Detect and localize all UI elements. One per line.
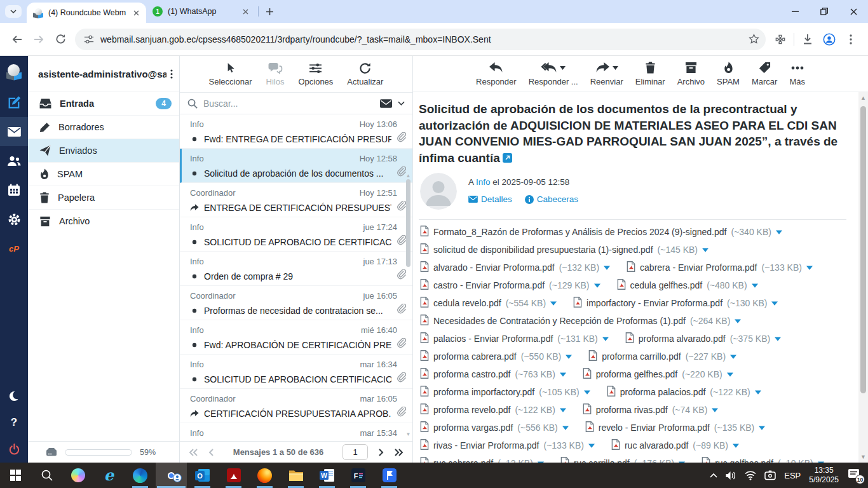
scrollbar-thumb[interactable] xyxy=(860,106,866,393)
message-row[interactable]: Infojue 17:13 Orden de compra # 29 xyxy=(180,252,412,286)
folder-item-archivo[interactable]: Archivo xyxy=(28,209,179,233)
details-link[interactable]: Detalles xyxy=(468,194,512,204)
language-indicator[interactable]: ESP xyxy=(784,471,801,480)
attachment[interactable]: proforma carrillo.pdf(~227 KB) xyxy=(588,350,736,363)
attachment-menu-caret-icon[interactable] xyxy=(588,444,595,448)
headers-link[interactable]: Cabeceras xyxy=(525,194,578,204)
attachment-menu-caret-icon[interactable] xyxy=(712,408,718,412)
select-button[interactable]: Seleccionar xyxy=(209,62,252,86)
attachment-menu-caret-icon[interactable] xyxy=(562,426,569,430)
forward-button[interactable] xyxy=(28,29,50,50)
refresh-button[interactable]: Actualizar xyxy=(347,62,383,86)
attachment-menu-caret-icon[interactable] xyxy=(560,408,566,412)
external-link-icon[interactable] xyxy=(503,151,512,167)
taskbar-copilot-icon[interactable] xyxy=(62,463,93,488)
attachment[interactable]: proforma castro.pdf(~763 KB) xyxy=(420,368,566,381)
first-page-icon[interactable] xyxy=(189,449,198,456)
search-options-chevron-icon[interactable] xyxy=(398,101,405,106)
account-header[interactable]: asistente-administrativo@sa... xyxy=(28,56,179,92)
new-tab-button[interactable] xyxy=(261,3,278,20)
attachment-menu-caret-icon[interactable] xyxy=(775,337,781,341)
folder-item-spam[interactable]: SPAM xyxy=(28,162,179,186)
attachment-menu-caret-icon[interactable] xyxy=(806,266,813,270)
logout-button[interactable] xyxy=(0,436,28,463)
search-input[interactable] xyxy=(203,98,374,109)
attachment[interactable]: revelo - Enviar Proforma.pdf(~135 KB) xyxy=(585,421,766,434)
taskbar-firefox-icon[interactable] xyxy=(249,463,280,488)
attachment-menu-caret-icon[interactable] xyxy=(730,355,736,359)
dropdown-caret-icon[interactable] xyxy=(613,66,618,70)
taskbar-flag-app-icon[interactable] xyxy=(374,463,405,488)
tab-whatsapp[interactable]: 1 (1) WhatsApp xyxy=(146,0,255,23)
attachment[interactable]: ruc alvarado.pdf(~89 KB) xyxy=(611,439,739,452)
account-menu-kebab-icon[interactable] xyxy=(170,69,173,79)
attachment-menu-caret-icon[interactable] xyxy=(733,444,739,448)
attachment[interactable]: alvarado - Enviar Proforma.pdf(~132 KB) xyxy=(420,261,610,274)
contacts-nav-button[interactable] xyxy=(0,146,28,175)
reply-button[interactable]: Responder xyxy=(476,62,517,86)
delete-button[interactable]: Eliminar xyxy=(635,62,665,86)
scroll-down-icon[interactable]: ▼ xyxy=(858,454,868,460)
message-row[interactable]: Infomar 15:34 xyxy=(180,423,412,441)
spam-button[interactable]: SPAM xyxy=(717,62,740,86)
attachment-menu-caret-icon[interactable] xyxy=(702,248,709,252)
volume-icon[interactable] xyxy=(726,471,736,480)
previous-page-icon[interactable] xyxy=(208,449,214,456)
profile-icon[interactable] xyxy=(818,29,840,50)
attachment-menu-caret-icon[interactable] xyxy=(776,230,782,234)
cpanel-button[interactable]: cP xyxy=(0,234,28,263)
attachment[interactable]: cedula revelo.pdf(~554 KB) xyxy=(420,297,557,309)
attachment[interactable]: cabrera - Enviar Proforma.pdf(~133 KB) xyxy=(627,261,813,274)
last-page-icon[interactable] xyxy=(394,449,403,456)
tab-close-icon[interactable] xyxy=(240,6,250,17)
taskbar-word-icon[interactable]: W xyxy=(311,463,342,488)
taskbar-acrobat-icon[interactable] xyxy=(218,463,249,488)
url-text[interactable]: webmail.sanjuan.gob.ec/cpsess4685020211/… xyxy=(100,34,749,44)
bookmark-star-icon[interactable] xyxy=(749,34,759,44)
attachment-menu-caret-icon[interactable] xyxy=(755,390,761,395)
taskbar-edge-icon[interactable] xyxy=(125,463,156,488)
message-row[interactable]: Coordinadorjue 16:05 Proformas de necesi… xyxy=(180,286,412,320)
page-number-input[interactable] xyxy=(342,444,368,460)
sender-link[interactable]: Info xyxy=(476,177,491,187)
attachment-menu-caret-icon[interactable] xyxy=(594,283,600,288)
folder-item-enviados[interactable]: Enviados xyxy=(28,139,179,162)
download-icon[interactable] xyxy=(797,29,818,50)
reload-button[interactable] xyxy=(50,29,71,50)
message-row[interactable]: Infomar 16:34 SOLICITUD DE APROBACION CE… xyxy=(180,355,412,389)
message-row[interactable]: CoordinadorHoy 12:51 ENTREGA DE CERTIFIC… xyxy=(180,183,412,217)
attachment[interactable]: solicitud de disponibilidad presupuestar… xyxy=(420,243,709,256)
minimize-button[interactable] xyxy=(780,0,810,23)
mail-nav-button[interactable] xyxy=(0,117,28,146)
omnibox[interactable]: webmail.sanjuan.gob.ec/cpsess4685020211/… xyxy=(75,29,766,50)
attachment-menu-caret-icon[interactable] xyxy=(759,426,765,430)
back-button[interactable] xyxy=(6,29,28,50)
settings-nav-button[interactable] xyxy=(0,205,28,234)
taskbar-fs-app-icon[interactable]: F xyxy=(342,463,374,488)
attachment[interactable]: proforma revelo.pdf(~122 KB) xyxy=(420,403,566,416)
taskbar-clock[interactable]: 13:35 5/9/2025 xyxy=(809,466,839,485)
dropdown-caret-icon[interactable] xyxy=(560,66,566,70)
search-scope-mail-icon[interactable] xyxy=(380,99,392,108)
attachment[interactable]: proforma cabrera.pdf(~550 KB) xyxy=(420,350,572,363)
attachment-menu-caret-icon[interactable] xyxy=(584,390,590,395)
tab-close-icon[interactable] xyxy=(131,8,141,18)
taskbar-internet-explorer-icon[interactable]: e xyxy=(93,463,125,488)
scroll-up-icon[interactable]: ▲ xyxy=(858,95,868,101)
start-button[interactable] xyxy=(0,463,31,488)
attachment-menu-caret-icon[interactable] xyxy=(602,337,609,341)
taskbar-outlook-icon[interactable]: O xyxy=(187,463,218,488)
site-settings-icon[interactable] xyxy=(84,34,94,44)
extensions-icon[interactable] xyxy=(770,29,791,50)
attachment[interactable]: proforma alvarado.pdf(~375 KB) xyxy=(625,332,781,345)
attachment[interactable]: ruc carrillo.pdf(~176 KB) xyxy=(560,457,685,463)
next-page-icon[interactable] xyxy=(378,449,384,456)
message-row-selected[interactable]: InfoHoy 12:58 Solicitud de aprobación de… xyxy=(180,149,412,183)
attachment-menu-caret-icon[interactable] xyxy=(771,301,778,306)
folder-item-borradores[interactable]: Borradores xyxy=(28,115,179,139)
threads-button[interactable]: Hilos xyxy=(266,62,285,86)
message-row[interactable]: Infojue 17:24 SOLICITUD DE APROBACIO DE … xyxy=(180,217,412,252)
attachment[interactable]: ruc gelfhes.pdf(~10 KB) xyxy=(702,457,824,463)
attachment-menu-caret-icon[interactable] xyxy=(752,283,758,288)
attachment[interactable]: proforma vargas.pdf(~556 KB) xyxy=(420,421,569,434)
